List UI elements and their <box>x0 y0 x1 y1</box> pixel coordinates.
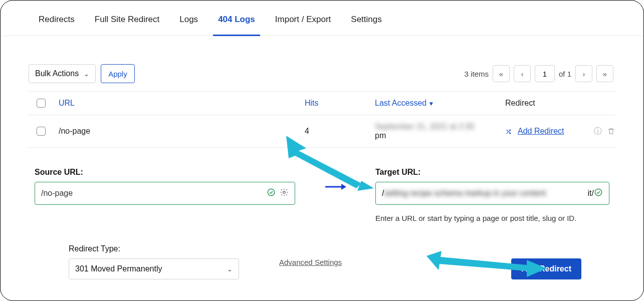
source-url-input[interactable] <box>41 189 267 198</box>
table-header: URL Hits Last Accessed Redirect <box>29 91 615 115</box>
source-url-label: Source URL: <box>35 168 295 177</box>
row-last-accessed-suffix: pm <box>375 131 386 140</box>
svg-point-3 <box>595 189 602 196</box>
target-url-input[interactable]: setting recipe schema markup in your con… <box>384 189 587 198</box>
redirect-type-field: Redirect Type: 301 Moved Permanently ⌄ <box>69 244 239 279</box>
column-last-accessed[interactable]: Last Accessed <box>375 99 505 108</box>
redirect-type-value: 301 Moved Permanently <box>75 264 162 273</box>
chevron-down-icon: ⌄ <box>84 70 89 78</box>
row-last-accessed-date: September 21, 2021 at 2:30 <box>375 122 474 131</box>
shuffle-icon: ⤭ <box>505 127 512 136</box>
add-redirect-link[interactable]: Add Redirect <box>518 127 564 136</box>
target-url-helper: Enter a URL or start by typing a page or… <box>375 214 609 222</box>
redirect-type-label: Redirect Type: <box>69 244 239 253</box>
checkmark-circle-icon <box>594 188 603 199</box>
tab-404-logs[interactable]: 404 Logs <box>218 15 255 36</box>
source-url-input-wrap[interactable] <box>35 182 295 205</box>
pager: 3 items « ‹ of 1 › » <box>465 65 613 82</box>
row-url: /no-page <box>59 127 305 136</box>
arrow-right-icon <box>295 168 375 206</box>
toolbar: Bulk Actions ⌄ Apply 3 items « ‹ of 1 › … <box>1 36 643 91</box>
source-url-field: Source URL: <box>35 168 295 205</box>
pager-prev-button[interactable]: ‹ <box>514 65 531 82</box>
trash-icon[interactable] <box>606 127 615 136</box>
row-last-accessed: September 21, 2021 at 2:30 pm <box>375 122 505 140</box>
gear-icon[interactable] <box>280 188 289 199</box>
advanced-settings-link[interactable]: Advanced Settings <box>279 258 342 266</box>
target-url-label: Target URL: <box>375 168 609 177</box>
apply-button[interactable]: Apply <box>101 64 135 83</box>
bulk-actions-select[interactable]: Bulk Actions ⌄ <box>29 64 96 83</box>
tab-bar: Redirects Full Site Redirect Logs 404 Lo… <box>1 15 643 36</box>
target-url-input-wrap[interactable]: / setting recipe schema markup in your c… <box>375 182 609 205</box>
row-hits: 4 <box>305 127 375 136</box>
tab-full-site-redirect[interactable]: Full Site Redirect <box>95 15 159 36</box>
bulk-actions-label: Bulk Actions <box>35 69 79 78</box>
tab-import-export[interactable]: Import / Export <box>275 15 331 36</box>
pager-page-input[interactable] <box>535 65 555 82</box>
pager-of-text: of 1 <box>559 70 571 78</box>
pager-last-button[interactable]: » <box>596 65 613 82</box>
tab-settings[interactable]: Settings <box>351 15 381 36</box>
pager-items-count: 3 items <box>465 70 489 78</box>
tab-logs[interactable]: Logs <box>179 15 198 36</box>
column-redirect: Redirect <box>505 99 615 108</box>
table-row: /no-page 4 September 21, 2021 at 2:30 pm… <box>29 115 615 148</box>
app-window: Redirects Full Site Redirect Logs 404 Lo… <box>0 0 644 301</box>
select-all-checkbox[interactable] <box>37 99 46 108</box>
checkmark-circle-icon <box>267 188 276 199</box>
column-hits[interactable]: Hits <box>305 99 375 108</box>
form-bottom-row: Redirect Type: 301 Moved Permanently ⌄ A… <box>69 244 581 279</box>
redirect-type-select[interactable]: 301 Moved Permanently ⌄ <box>69 258 239 279</box>
chevron-down-icon: ⌄ <box>227 265 233 273</box>
svg-point-1 <box>283 191 286 194</box>
target-url-suffix: it/ <box>588 189 594 198</box>
redirect-form: Source URL: <box>29 163 615 279</box>
pager-first-button[interactable]: « <box>493 65 510 82</box>
tab-redirects[interactable]: Redirects <box>39 15 75 36</box>
column-url[interactable]: URL <box>59 99 305 108</box>
target-url-field: Target URL: / setting recipe schema mark… <box>375 168 609 222</box>
info-icon[interactable]: ⓘ <box>593 127 602 136</box>
pager-next-button[interactable]: › <box>575 65 592 82</box>
svg-point-0 <box>268 189 275 196</box>
row-redirect-actions: ⤭ Add Redirect ⓘ <box>505 127 615 136</box>
row-checkbox[interactable] <box>37 127 46 136</box>
add-redirect-button[interactable]: Add Redirect <box>511 258 581 279</box>
